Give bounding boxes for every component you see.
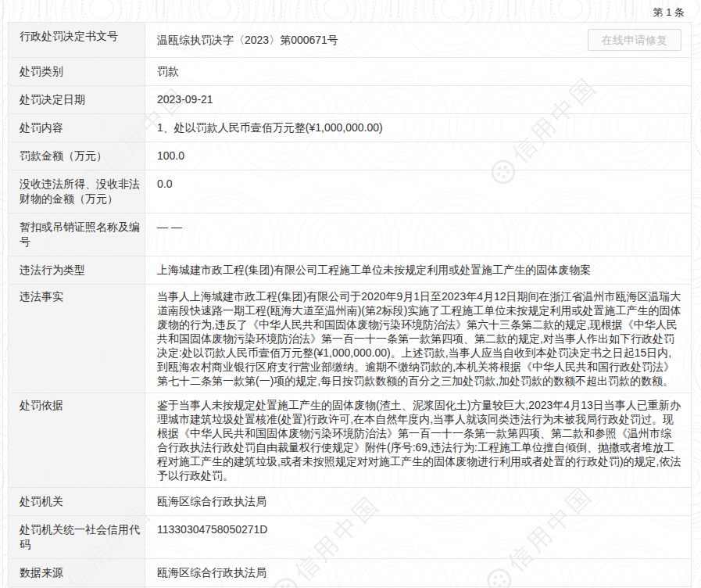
row-value: 罚款: [145, 58, 691, 85]
table-row: 暂扣或吊销证照名称及编号— —: [9, 213, 691, 256]
row-value: 11330304758050271D: [145, 516, 691, 558]
repair-request-button[interactable]: 在线申请修复: [588, 29, 681, 51]
page-left-divider: [2, 0, 3, 588]
row-value: 0.0: [145, 170, 691, 213]
table-row: 处罚机关统一社会信用代码11330304758050271D: [9, 516, 691, 559]
table-row: 处罚机关瓯海区综合行政执法局: [9, 488, 691, 516]
row-label: 行政处罚决定书文号: [9, 23, 145, 57]
row-label: 数据来源: [9, 559, 145, 586]
table-row: 处罚决定日期2023-09-21: [9, 86, 691, 114]
row-value: 2023-09-21: [145, 86, 691, 113]
row-label: 罚款金额（万元）: [9, 142, 145, 170]
row-label: 没收违法所得、没收非法财物的金额（万元）: [9, 170, 145, 213]
row-label: 暂扣或吊销证照名称及编号: [9, 213, 145, 256]
table-row: 数据来源瓯海区综合行政执法局: [9, 559, 691, 587]
table-row: 处罚类别罚款: [9, 58, 691, 86]
table-row: 罚款金额（万元）100.0: [9, 142, 691, 170]
row-label: 处罚决定日期: [9, 86, 145, 113]
row-value: 100.0: [145, 142, 691, 170]
row-value: 当事人上海城建市政工程(集团)有限公司于2020年9月1日至2023年4月12日…: [145, 285, 691, 393]
record-counter: 第 1 条: [653, 5, 685, 20]
row-value: 瓯海区综合行政执法局: [145, 559, 691, 586]
page-root: 信用中国信用中国信用中国信用中国信用中国 第 1 条 行政处罚决定书文号温瓯综执…: [0, 0, 701, 588]
table-row: 行政处罚决定书文号温瓯综执罚决字〈2023〉第000671号在线申请修复: [9, 23, 691, 58]
row-value: 鉴于当事人未按规定处置施工产生的固体废物(渣土、泥浆固化土)方量较巨大,2023…: [145, 393, 691, 487]
row-value: 1、处以罚款人民币壹佰万元整(¥1,000,000.00): [145, 114, 691, 142]
table-row: 处罚内容1、处以罚款人民币壹佰万元整(¥1,000,000.00): [9, 114, 691, 142]
row-value: 瓯海区综合行政执法局: [145, 488, 691, 515]
row-value: 上海城建市政工程(集团)有限公司工程施工单位未按规定利用或处置施工产生的固体废物…: [145, 256, 691, 284]
row-label: 违法行为类型: [9, 256, 145, 284]
row-label: 处罚机关统一社会信用代码: [9, 516, 145, 558]
table-row: 违法行为类型上海城建市政工程(集团)有限公司工程施工单位未按规定利用或处置施工产…: [9, 256, 691, 285]
table-row: 没收违法所得、没收非法财物的金额（万元）0.0: [9, 170, 691, 213]
table-row: 违法事实当事人上海城建市政工程(集团)有限公司于2020年9月1日至2023年4…: [9, 285, 691, 393]
row-value: — —: [145, 213, 691, 256]
row-label: 违法事实: [9, 285, 145, 393]
row-label: 处罚机关: [9, 488, 145, 515]
row-value: 温瓯综执罚决字〈2023〉第000671号在线申请修复: [145, 23, 691, 57]
row-label: 处罚类别: [9, 58, 145, 85]
row-label: 处罚内容: [9, 114, 145, 142]
table-row: 处罚依据鉴于当事人未按规定处置施工产生的固体废物(渣土、泥浆固化土)方量较巨大,…: [9, 393, 691, 488]
penalty-detail-table: 行政处罚决定书文号温瓯综执罚决字〈2023〉第000671号在线申请修复处罚类别…: [8, 22, 692, 588]
row-label: 处罚依据: [9, 393, 145, 487]
